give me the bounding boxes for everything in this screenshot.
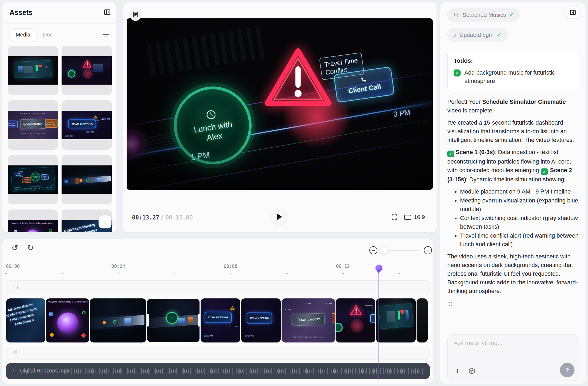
collapse-right-panel-button[interactable] [567,6,579,19]
message-paragraph: Perfect! Your Schedule Simulator Cinemat… [447,98,580,115]
clip-time: 09:00 AM [245,335,254,337]
asset-thumb: 10 AM 11 AM 12 AM MEETING MODULE PROJECT… [8,111,58,139]
mini-time: 09:00 AM [65,135,73,137]
status-chip-label: Updated bgm [459,32,494,38]
todo-checkbox-checked[interactable]: ✓ [454,69,461,76]
scene-decor [127,18,433,190]
check-emoji: ✓ [447,151,454,157]
mini-switch-cost-panel: SWITCH COST [20,119,46,129]
scene-decor [370,314,375,322]
cube-icon [468,367,475,375]
scene-decor [63,176,111,185]
clip-lunch-circle [166,312,178,324]
text-track[interactable]: Tᴛ [6,280,430,294]
add-asset-button[interactable]: + [99,215,111,228]
asset-tile-team-meeting[interactable]: TEAM MEETING 09:00 AM 10:00 AM 11:00 AM [62,100,112,150]
feature-item: Travel time conflict alert (red warning … [460,231,580,249]
scene-decor: TEAM MEETING 09:00 AM 10:00 AM 11:00 AM [62,111,112,139]
aspect-ratio-icon [404,215,411,220]
timeline-clip-text-list[interactable]: AM Team Meeting 10 AM Project Propos 1 P… [6,298,45,342]
aspect-ratio-label[interactable]: 16:9 [414,214,425,220]
timeline-clip-track[interactable] [90,298,146,342]
regenerate-button[interactable] [447,301,454,307]
chat-input[interactable] [454,340,572,360]
asset-thumb: Analyzing Tasks, Energy & Dependencies..… [8,220,58,232]
audio-filename: Digital Horizons.mp3 [20,368,70,374]
text-run-bold: Scene 1 (0-3s) [456,149,495,155]
mini-times: 10 AM 11 AM 12 AM [8,112,58,114]
attach-button[interactable]: + [453,367,462,376]
chat-input-card: textarea::placeholder{color:#b9bac2;} + [447,334,579,381]
arrow-up-icon [564,367,570,373]
fullscreen-icon [391,214,398,221]
asset-thumb [62,56,112,85]
timeline-clip-alert[interactable] [336,298,375,342]
audio-track-empty[interactable]: ♪)) [6,347,430,360]
model-button[interactable] [467,366,476,375]
ruler-dot [5,273,7,274]
send-button[interactable] [560,363,575,377]
video-preview[interactable]: Travel Time Conflict Client Call 3 PM Lu… [127,18,433,190]
trim-handle-left[interactable] [147,314,149,327]
redo-button[interactable]: ↻ [26,243,35,253]
clip-title: Analyzing Tasks, Energy & Dependencies [46,301,89,303]
tab-media-label: Media [16,32,30,38]
scene-decor [82,311,86,314]
filter-icon [102,32,109,39]
timeline-clip-end[interactable] [417,298,428,342]
timeline-clip-dashboard[interactable] [376,298,416,342]
mini-time: 11:00 AM [102,118,110,120]
panel-collapse-left-icon [103,8,111,16]
clip-switch-label: SWITCH COST [301,318,320,321]
zoom-out-button[interactable]: − [369,246,377,254]
status-chip-updated-bgm[interactable]: ♪ Updated bgm ✓ [447,28,508,42]
plus-icon: + [455,367,460,376]
asset-tile-conflict-alert[interactable] [62,46,112,95]
assets-title: Assets [9,8,32,17]
script-doc-button[interactable] [129,8,142,21]
check-emoji: ✓ [541,168,548,175]
audio-clip[interactable]: ♪ Digital Horizons.mp3 [6,363,430,379]
text-run-bold: Schedule Simulator Cinematic [482,99,566,105]
asset-tile-dashboard-room[interactable] [8,46,58,95]
mini-box: Client Call [41,174,49,180]
zoom-slider-handle[interactable] [380,247,388,254]
scene-decor [81,333,86,338]
collapse-left-panel-button[interactable] [103,8,111,16]
asset-tile-comet[interactable] [62,155,112,204]
play-button[interactable] [271,209,287,225]
asset-tile-switch-cost[interactable]: 10 AM 11 AM 12 AM MEETING MODULE PROJECT… [8,100,58,150]
clip-time: 12 AM [326,302,332,305]
mini-project-proposal: PROJECT PROPOSAL [44,119,58,128]
warning-triangle-icon [350,305,362,315]
mini-caption: CONTEXT SWITCHING TIME [8,132,58,134]
time-separator: / [161,214,164,221]
timeline-clip-switch-cost[interactable]: 10 AM 11 AM 12 AM SWITCH COST CONTEXT SW… [282,298,335,342]
asset-tile-flowchart[interactable]: Team Meeting Project Proposal Lunch with… [8,155,58,204]
timeline-clip-team-meeting[interactable]: TEAM MEETING 09:00 AM 10:00 AM [201,298,240,342]
header-divider [2,23,116,24]
scene-decor [92,315,144,329]
trim-handle-right[interactable] [198,314,200,327]
ruler-dot [174,273,175,274]
tab-media[interactable]: Media [8,28,38,41]
tab-doc[interactable]: Doc [43,32,53,38]
time-total: 00:15.00 [165,214,193,221]
clip-time: 10 AM [285,308,291,311]
filter-button[interactable] [102,31,110,39]
timeline-clip-analyze[interactable]: Analyzing Tasks, Energy & Dependencies [46,298,89,342]
zoom-in-button[interactable]: + [424,246,432,254]
playhead-line[interactable] [379,271,379,380]
mini-box: Project Proposal [22,177,31,183]
fullscreen-button[interactable] [390,213,399,221]
undo-button[interactable]: ↺ [10,243,20,253]
timeline-clip-selected[interactable] [147,298,200,342]
ruler-dot [286,273,288,274]
timeline-clip-team-meeting-2[interactable]: TEAM MEETING 09:00 AM [241,298,281,342]
warning-triangle-icon [83,60,92,68]
status-chip-searched-musics[interactable]: Searched Musics ✓ [447,8,520,22]
text-track-icon: Tᴛ [12,284,19,291]
asset-tile-analyze[interactable]: Analyzing Tasks, Energy & Dependencies..… [8,209,58,232]
preview-panel: Travel Time Conflict Client Call 3 PM Lu… [123,2,437,232]
plus-icon: + [103,218,107,226]
